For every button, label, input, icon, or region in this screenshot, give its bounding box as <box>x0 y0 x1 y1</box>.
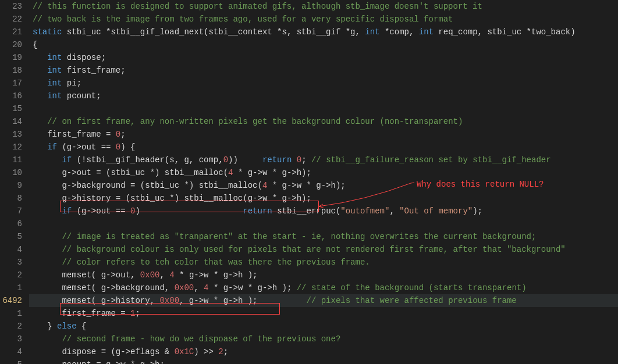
line-number: 19 <box>0 51 29 64</box>
code-line[interactable]: 12 if (g->out == 0) { <box>0 141 618 154</box>
code-line[interactable]: 22// two back is the image from two fram… <box>0 13 618 26</box>
code-content[interactable] <box>29 217 618 230</box>
code-content[interactable]: memset( g->background, 0x00, 4 * g->w * … <box>29 281 618 294</box>
line-number: 18 <box>0 64 29 77</box>
token-number-red: 0 <box>116 142 120 152</box>
line-number: 8 <box>0 192 29 205</box>
code-content[interactable]: if (g->out == 0) { <box>29 141 618 154</box>
line-number: 11 <box>0 154 29 166</box>
code-content[interactable]: g->history = (stbi_uc *) stbi__malloc(g-… <box>29 192 618 205</box>
line-number: 3 <box>0 256 29 269</box>
code-content[interactable]: // second frame - how do we dispoase of … <box>29 333 618 345</box>
code-line[interactable]: 17 int pi; <box>0 77 618 90</box>
code-content[interactable]: // on first frame, any non-written pixel… <box>29 115 618 128</box>
code-content[interactable] <box>29 102 618 115</box>
code-content[interactable]: pcount = g->w * g->h; <box>29 358 618 364</box>
token-ident: ; <box>301 155 311 165</box>
code-line[interactable]: 2 memset( g->out, 0x00, 4 * g->w * g->h … <box>0 269 618 281</box>
code-line[interactable]: 4 dispose = (g->eflags & 0x1C) >> 2; <box>0 345 618 358</box>
token-keyword: static <box>33 27 62 37</box>
token-ident: { <box>77 322 87 331</box>
line-number: 2 <box>0 269 29 281</box>
code-line[interactable]: 21static stbi_uc *stbi__gif_load_next(st… <box>0 26 618 38</box>
code-line[interactable]: 3 // second frame - how do we dispoase o… <box>0 333 618 345</box>
code-editor[interactable]: 23// this function is designed to suppor… <box>0 0 618 364</box>
code-content[interactable]: // background colour is only used for pi… <box>29 243 618 256</box>
code-line[interactable]: 19 int dispose; <box>0 51 618 64</box>
token-ident: first_frame; <box>62 66 125 75</box>
token-ident: * g->w * g->h ); <box>175 270 258 280</box>
code-content[interactable]: int first_frame; <box>29 64 618 77</box>
code-line[interactable]: 18 int first_frame; <box>0 64 618 77</box>
code-line[interactable]: 2 } else { <box>0 320 618 333</box>
code-content[interactable]: memset( g->history, 0x00, g->w * g->h );… <box>29 294 618 307</box>
code-content[interactable]: dispose = (g->eflags & 0x1C) >> 2; <box>29 345 618 358</box>
token-number-red: 0x1C <box>175 347 194 356</box>
line-number: 17 <box>0 77 29 90</box>
token-number-red: 0 <box>297 155 301 165</box>
token-keyword: if <box>47 142 57 152</box>
code-content[interactable]: if (g->out == 0) return stbi__errpuc("ou… <box>29 205 618 217</box>
code-content[interactable]: g->background = (stbi_uc *) stbi__malloc… <box>29 179 618 192</box>
token-comment: // two back is the image from two frames… <box>33 15 453 24</box>
code-line[interactable]: 11 if (!stbi__gif_header(s, g, comp,0)) … <box>0 154 618 166</box>
token-ident: pcount = g->w * g->h; <box>62 360 164 364</box>
token-ident: first_frame = <box>62 309 130 318</box>
token-number-red: 0 <box>223 155 228 165</box>
code-line[interactable]: 6 <box>0 217 618 230</box>
code-line[interactable]: 1 first_frame = 1; <box>0 307 618 320</box>
token-ident: * g->w * g->h); <box>233 168 311 177</box>
code-line[interactable]: 8 g->history = (stbi_uc *) stbi__malloc(… <box>0 192 618 205</box>
line-number: 7 <box>0 205 29 217</box>
code-line[interactable]: 23// this function is designed to suppor… <box>0 0 618 13</box>
code-line[interactable]: 7 if (g->out == 0) return stbi__errpuc("… <box>0 205 618 217</box>
code-line[interactable]: 4 // background colour is only used for … <box>0 243 618 256</box>
token-ident: * g->w * g->h ); <box>208 283 296 292</box>
code-content[interactable]: int pi; <box>29 77 618 90</box>
code-content[interactable]: // this function is designed to support … <box>29 0 618 13</box>
line-number: 5 <box>0 358 29 364</box>
token-ident: , <box>159 270 169 280</box>
token-ident: ) <box>135 206 243 216</box>
token-keyword: int <box>47 91 62 101</box>
token-keyword: if <box>62 206 72 216</box>
code-content[interactable]: } else { <box>29 320 618 333</box>
code-line[interactable]: 1 memset( g->background, 0x00, 4 * g->w … <box>0 281 618 294</box>
code-line[interactable]: 15 <box>0 102 618 115</box>
line-number: 13 <box>0 128 29 141</box>
token-ident: memset( g->background, <box>62 283 174 292</box>
code-line[interactable]: 16 int pcount; <box>0 90 618 102</box>
code-line[interactable]: 5 pcount = g->w * g->h; <box>0 358 618 364</box>
code-line[interactable]: 10 g->out = (stbi_uc *) stbi__malloc(4 *… <box>0 166 618 179</box>
code-line[interactable]: 9 g->background = (stbi_uc *) stbi__mall… <box>0 179 618 192</box>
code-content[interactable]: // color refers to teh color that was th… <box>29 256 618 269</box>
code-line[interactable]: 5 // image is treated as "tranparent" at… <box>0 230 618 243</box>
code-content[interactable]: { <box>29 38 618 51</box>
code-content[interactable]: static stbi_uc *stbi__gif_load_next(stbi… <box>29 26 618 38</box>
token-ident: (g->out == <box>57 142 116 152</box>
token-ident: ); <box>473 206 482 216</box>
code-content[interactable]: // image is treated as "tranparent" at t… <box>29 230 618 243</box>
code-line[interactable]: 13 first_frame = 0; <box>0 128 618 141</box>
code-line[interactable]: 20{ <box>0 38 618 51</box>
code-content[interactable]: int dispose; <box>29 51 618 64</box>
line-number: 10 <box>0 166 29 179</box>
code-content[interactable]: first_frame = 0; <box>29 128 618 141</box>
code-line[interactable]: 14 // on first frame, any non-written pi… <box>0 115 618 128</box>
code-line[interactable]: 3 // color refers to teh color that was … <box>0 256 618 269</box>
token-comment: // color refers to teh color that was th… <box>62 258 370 267</box>
code-content[interactable]: int pcount; <box>29 90 618 102</box>
code-line[interactable]: 6492 memset( g->history, 0x00, g->w * g-… <box>0 294 618 307</box>
token-ident: req_comp, stbi_uc *two_back) <box>434 27 576 37</box>
code-content[interactable]: if (!stbi__gif_header(s, g, comp,0)) ret… <box>29 154 618 166</box>
line-number: 16 <box>0 90 29 102</box>
code-content[interactable]: // two back is the image from two frames… <box>29 13 618 26</box>
token-ident: stbi__errpuc( <box>272 206 341 216</box>
code-content[interactable]: g->out = (stbi_uc *) stbi__malloc(4 * g-… <box>29 166 618 179</box>
token-comment: // pixels that were affected previous fr… <box>307 296 517 305</box>
token-keyword: int <box>47 78 62 88</box>
token-keyword: return <box>243 206 272 216</box>
code-content[interactable]: first_frame = 1; <box>29 307 618 320</box>
code-content[interactable]: memset( g->out, 0x00, 4 * g->w * g->h ); <box>29 269 618 281</box>
token-ident: (g->out == <box>72 206 130 216</box>
